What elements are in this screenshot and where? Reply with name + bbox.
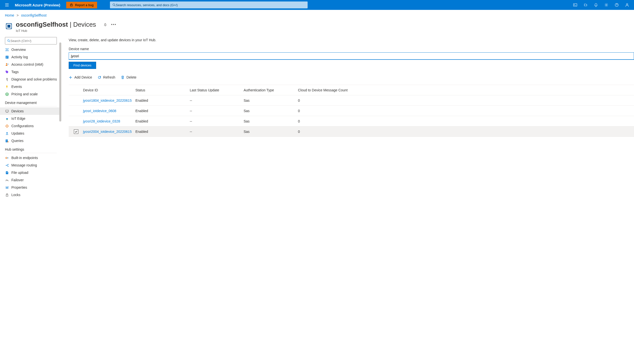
col-header-c2d[interactable]: Cloud to Device Message Count [298,88,634,92]
device-status: Enabled [135,109,190,113]
pricing-icon [5,92,9,96]
sidebar-item-iot-edge[interactable]: IoT Edge [5,115,61,122]
sidebar-item-pricing[interactable]: Pricing and scale [5,90,61,98]
notifications-icon[interactable] [591,0,601,10]
account-icon[interactable] [622,0,632,10]
sidebar-item-failover[interactable]: Failover [5,176,61,184]
directories-icon[interactable] [581,0,590,10]
find-devices-button[interactable]: Find devices [69,62,96,69]
col-header-status[interactable]: Status [135,88,190,92]
sidebar-item-configurations[interactable]: Configurations [5,122,61,130]
sidebar-item-devices[interactable]: Devices [0,108,61,115]
properties-icon [5,186,9,190]
sidebar-item-activity-log[interactable]: Activity log [5,53,61,61]
bug-icon [70,3,73,7]
toolbar: Add Device Refresh Delete [69,75,634,82]
device-last-update: -- [190,130,244,134]
table-row[interactable]: jyosri_iotdevice_0608Enabled--Sas0 [69,106,634,116]
col-header-update[interactable]: Last Status Update [190,88,244,92]
add-device-button[interactable]: Add Device [69,75,92,79]
settings-icon[interactable] [601,0,611,10]
svg-point-12 [8,40,10,41]
help-icon[interactable] [612,0,622,10]
updates-icon [5,132,9,135]
sidebar-item-tags[interactable]: Tags [5,68,61,76]
access-control-icon [5,62,9,66]
main-content: View, create, delete, and update devices… [61,34,634,364]
sidebar-item-label: Overview [11,48,26,52]
breadcrumb: Home > osconfigSelfhost [0,10,634,21]
device-c2d-count: 0 [298,109,634,113]
device-name-input[interactable] [69,52,634,60]
sidebar-item-label: IoT Edge [11,116,26,120]
device-id-link[interactable]: jyosri28_iotdevice_0328 [83,119,120,123]
svg-point-11 [11,28,11,28]
device-id-link[interactable]: jyosri1804_iotdevice_20220615 [83,98,132,102]
locks-icon [5,193,9,197]
hamburger-menu[interactable] [2,0,12,10]
table-header: Device ID Status Last Status Update Auth… [69,85,634,95]
device-last-update: -- [190,109,244,113]
sidebar-item-access-control[interactable]: Access control (IAM) [5,61,61,68]
svg-rect-32 [6,194,8,196]
device-last-update: -- [190,98,244,102]
table-row[interactable]: jyosri1804_iotdevice_20220615Enabled--Sa… [69,95,634,106]
device-id-link[interactable]: jyosri_iotdevice_0608 [83,109,116,113]
device-id-link[interactable]: jyosri2004_iotdevice_20220615 [83,130,132,134]
svg-point-8 [7,24,7,24]
brand-label[interactable]: Microsoft Azure (Preview) [15,3,63,7]
page-subtitle: IoT Hub [16,29,116,32]
pin-icon[interactable] [104,21,107,28]
iothub-icon [5,22,13,30]
global-search-input[interactable] [116,3,305,7]
col-header-auth[interactable]: Authentication Type [244,88,298,92]
queries-icon [5,139,9,143]
sidebar-item-message-routing[interactable]: Message routing [5,162,61,169]
device-auth-type: Sas [244,130,298,134]
report-bug-button[interactable]: Report a bug [66,2,97,8]
sidebar-item-updates[interactable]: Updates [5,130,61,137]
sidebar-item-queries[interactable]: Queries [5,137,61,144]
sidebar-item-overview[interactable]: Overview [5,46,61,53]
sidebar-item-label: Built-in endpoints [11,156,38,160]
search-icon [113,3,116,7]
col-header-id[interactable]: Device ID [81,88,135,92]
overview-icon [5,48,9,52]
device-status: Enabled [135,98,190,102]
device-c2d-count: 0 [298,119,634,123]
svg-point-26 [7,126,8,126]
svg-point-30 [8,164,9,165]
delete-button[interactable]: Delete [121,75,136,79]
sidebar: « Overview Activity log Access control (… [0,34,61,364]
sidebar-item-label: Message routing [11,163,37,167]
sidebar-item-label: Events [11,85,22,89]
refresh-button[interactable]: Refresh [98,75,115,79]
sidebar-search-input[interactable] [10,39,55,43]
sidebar-search[interactable] [5,37,57,44]
sidebar-item-locks[interactable]: Locks [5,191,61,198]
svg-point-31 [8,166,9,166]
sidebar-item-built-in-endpoints[interactable]: Built-in endpoints [5,154,61,162]
sidebar-item-label: Tags [11,70,19,74]
title-section: Devices [73,21,96,28]
sidebar-item-diagnose[interactable]: Diagnose and solve problems [5,76,61,83]
row-checkbox[interactable] [74,130,78,134]
table-row[interactable]: jyosri28_iotdevice_0328Enabled--Sas0 [69,116,634,126]
top-bar-icons [570,0,632,10]
svg-rect-7 [8,25,10,28]
device-name-label: Device name [69,47,634,51]
sidebar-item-file-upload[interactable]: File upload [5,169,61,176]
report-bug-label: Report a bug [75,3,94,7]
sidebar-section-device-management: Device management [5,98,57,106]
svg-point-24 [7,119,8,120]
global-search[interactable] [110,2,308,8]
breadcrumb-resource[interactable]: osconfigSelfhost [21,13,47,17]
sidebar-item-properties[interactable]: Properties [5,184,61,191]
breadcrumb-home[interactable]: Home [5,13,14,17]
table-row[interactable]: jyosri2004_iotdevice_20220615Enabled--Sa… [69,126,634,137]
more-icon[interactable]: ··· [111,21,116,28]
scrollbar[interactable] [59,42,61,122]
sidebar-item-events[interactable]: Events [5,83,61,90]
cloud-shell-icon[interactable] [570,0,580,10]
refresh-icon [98,76,101,79]
